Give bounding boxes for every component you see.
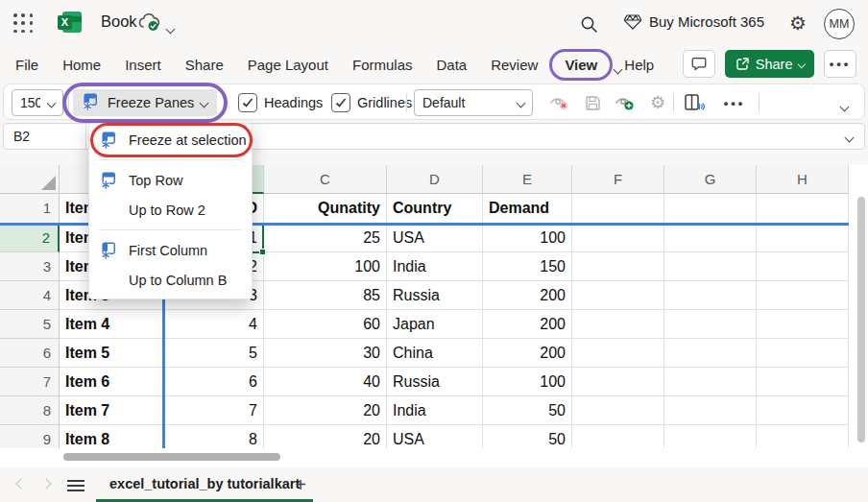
menu-item-freeze-at-selection[interactable]: Freeze at selection: [89, 125, 252, 155]
cell-B5[interactable]: 4: [164, 310, 264, 339]
row-header-3[interactable]: 3: [0, 252, 60, 281]
cell-G1[interactable]: [664, 194, 757, 224]
cell-H7[interactable]: [757, 368, 849, 396]
cell-E3[interactable]: 150: [483, 252, 572, 281]
exit-sheet-view-icon[interactable]: [547, 90, 572, 115]
read-aloud-icon[interactable]: [682, 90, 707, 115]
cell-D4[interactable]: Russia: [387, 281, 483, 310]
menu-tab-view[interactable]: View: [549, 49, 613, 81]
cell-C1[interactable]: Qunatity: [264, 194, 387, 224]
app-launcher-icon[interactable]: [13, 13, 34, 34]
cell-H9[interactable]: [757, 425, 849, 448]
chevron-down-icon[interactable]: [167, 19, 174, 36]
column-header-D[interactable]: D: [387, 165, 483, 194]
cell-C8[interactable]: 20: [264, 396, 387, 425]
expand-formula-bar-icon[interactable]: [846, 128, 853, 145]
menubar-overflow-chevron-icon[interactable]: [615, 60, 621, 77]
menu-tab-formulas[interactable]: Formulas: [352, 57, 413, 73]
sheet-view-dropdown[interactable]: Default: [414, 89, 533, 116]
row-header-5[interactable]: 5: [0, 310, 60, 339]
cell-G4[interactable]: [664, 281, 757, 310]
all-sheets-icon[interactable]: [67, 477, 84, 494]
cell-G9[interactable]: [664, 425, 757, 448]
cell-C6[interactable]: 30: [264, 339, 387, 368]
cell-D3[interactable]: India: [387, 252, 483, 281]
active-sheet-tab[interactable]: excel_tutorial_by tutorialkart: [96, 467, 313, 502]
menu-item-top-row[interactable]: Top Row: [89, 165, 252, 195]
cell-C7[interactable]: 40: [264, 368, 387, 396]
cell-C3[interactable]: 100: [264, 252, 387, 281]
cell-F3[interactable]: [572, 252, 664, 281]
cell-F8[interactable]: [572, 396, 664, 425]
cell-D5[interactable]: Japan: [387, 310, 483, 339]
cell-E9[interactable]: 50: [483, 425, 572, 448]
cell-C4[interactable]: 85: [264, 281, 387, 310]
cell-D9[interactable]: USA: [387, 425, 483, 448]
horizontal-scrollbar[interactable]: [63, 453, 280, 461]
save-sheet-view-icon[interactable]: [580, 90, 605, 115]
cell-E1[interactable]: Demand: [483, 194, 572, 224]
cell-F4[interactable]: [572, 281, 664, 310]
cloud-saved-icon[interactable]: [137, 12, 162, 36]
menu-tab-data[interactable]: Data: [437, 57, 468, 73]
cell-A9[interactable]: Item 8: [60, 425, 164, 448]
cell-G3[interactable]: [664, 252, 757, 281]
fill-handle[interactable]: [259, 249, 266, 255]
add-sheet-button[interactable]: +: [288, 472, 313, 497]
select-all-corner[interactable]: [0, 165, 60, 194]
column-header-C[interactable]: C: [264, 165, 387, 194]
zoom-level-dropdown[interactable]: 150...: [12, 89, 63, 116]
cell-G5[interactable]: [664, 310, 757, 339]
row-header-7[interactable]: 7: [0, 368, 60, 396]
menu-tab-share[interactable]: Share: [185, 57, 224, 73]
cell-C5[interactable]: 60: [264, 310, 387, 339]
cell-A7[interactable]: Item 6: [60, 368, 164, 396]
cell-C2[interactable]: 25: [264, 224, 387, 252]
menu-item-first-column[interactable]: First Column: [89, 235, 252, 265]
cell-F7[interactable]: [572, 368, 664, 396]
cell-B8[interactable]: 7: [164, 396, 264, 425]
settings-gear-icon[interactable]: ⚙: [789, 12, 807, 35]
cell-H2[interactable]: [757, 224, 849, 252]
cell-G8[interactable]: [664, 396, 757, 425]
comments-button[interactable]: [683, 50, 715, 78]
row-header-2[interactable]: 2: [0, 224, 60, 252]
cell-H4[interactable]: [757, 281, 849, 310]
headings-checkbox[interactable]: Headings: [238, 93, 323, 112]
cell-E7[interactable]: 100: [483, 368, 572, 396]
account-avatar[interactable]: MM: [824, 9, 855, 39]
cell-D8[interactable]: India: [387, 396, 483, 425]
row-header-9[interactable]: 9: [0, 425, 60, 448]
ribbon-more-button[interactable]: •••: [722, 90, 747, 115]
cell-E5[interactable]: 200: [483, 310, 572, 339]
cell-G7[interactable]: [664, 368, 757, 396]
menu-tab-help[interactable]: Help: [624, 57, 654, 73]
cell-F5[interactable]: [572, 310, 664, 339]
document-title[interactable]: Book: [101, 12, 137, 31]
buy-microsoft-365-button[interactable]: Buy Microsoft 365: [624, 13, 764, 30]
menu-tab-review[interactable]: Review: [491, 57, 538, 73]
menu-tab-home[interactable]: Home: [62, 57, 101, 73]
cell-H3[interactable]: [757, 252, 849, 281]
next-sheet-icon[interactable]: [40, 478, 51, 489]
cell-F9[interactable]: [572, 425, 664, 448]
menu-tab-insert[interactable]: Insert: [125, 57, 161, 73]
cell-G6[interactable]: [664, 339, 757, 368]
share-button[interactable]: Share: [725, 50, 814, 78]
cell-H5[interactable]: [757, 310, 849, 339]
cell-H6[interactable]: [757, 339, 849, 368]
cell-F1[interactable]: [572, 194, 664, 224]
column-header-F[interactable]: F: [572, 165, 664, 194]
menu-item-up-to-column-b[interactable]: Up to Column B: [89, 265, 252, 295]
cell-E8[interactable]: 50: [483, 396, 572, 425]
name-box[interactable]: B2: [4, 124, 86, 149]
cell-B9[interactable]: 8: [164, 425, 264, 448]
cell-F2[interactable]: [572, 224, 664, 252]
menu-item-up-to-row-2[interactable]: Up to Row 2: [89, 195, 252, 225]
cell-G2[interactable]: [664, 224, 757, 252]
cell-E2[interactable]: 100: [483, 224, 572, 252]
cell-C9[interactable]: 20: [264, 425, 387, 448]
cell-D1[interactable]: Country: [387, 194, 483, 224]
gridlines-checkbox[interactable]: Gridlines: [331, 93, 412, 112]
collapse-ribbon-icon[interactable]: [841, 97, 848, 114]
